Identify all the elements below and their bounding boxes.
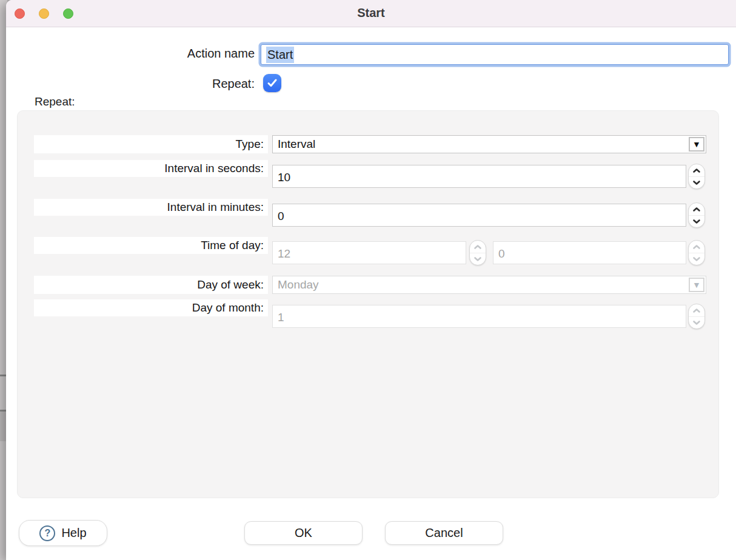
stepper-up-icon[interactable]: [689, 203, 704, 215]
interval-minutes-input[interactable]: 0: [272, 204, 686, 227]
action-name-value: Start: [266, 47, 294, 63]
day-of-week-value: Monday: [278, 278, 319, 292]
action-name-input[interactable]: Start: [261, 44, 729, 65]
stepper-down-icon[interactable]: [689, 215, 704, 227]
day-of-month-value: 1: [278, 311, 284, 324]
cancel-button-label: Cancel: [425, 526, 463, 540]
window-title: Start: [6, 6, 736, 20]
interval-seconds-input[interactable]: 10: [272, 165, 686, 188]
stepper-down-icon: [470, 253, 486, 265]
type-dropdown-value: Interval: [278, 138, 315, 151]
interval-minutes-value: 0: [278, 210, 284, 223]
checkmark-icon: [267, 78, 278, 88]
stepper-up-icon: [689, 304, 704, 316]
repeat-label: Repeat:: [97, 77, 255, 91]
help-button[interactable]: ? Help: [19, 520, 107, 546]
day-of-week-label: Day of week:: [34, 276, 268, 294]
title-bar: Start: [6, 0, 736, 27]
repeat-group-caption: Repeat:: [35, 95, 75, 108]
day-of-month-stepper: [688, 304, 705, 329]
action-name-label: Action name: [97, 47, 255, 61]
interval-minutes-label: Interval in minutes:: [34, 199, 268, 216]
day-of-month-label: Day of month:: [34, 299, 268, 316]
interval-seconds-label: Interval in seconds:: [34, 160, 268, 177]
day-of-week-dropdown: Monday ▼: [272, 276, 706, 294]
dropdown-arrow-icon[interactable]: ▼: [689, 137, 704, 152]
time-of-day-minute-stepper: [688, 240, 705, 265]
time-of-day-minute-input: 0: [493, 241, 686, 264]
interval-seconds-value: 10: [278, 171, 290, 184]
help-button-label: Help: [61, 526, 86, 540]
type-dropdown[interactable]: Interval ▼: [272, 135, 706, 153]
help-icon: ?: [39, 525, 55, 541]
time-of-day-minute-value: 0: [498, 247, 505, 261]
stepper-up-icon: [470, 241, 486, 253]
stepper-down-icon: [689, 316, 704, 328]
repeat-group-box: Type: Interval ▼ Interval in seconds: 10…: [17, 110, 719, 498]
time-of-day-label: Time of day:: [34, 237, 268, 254]
ok-button-label: OK: [295, 526, 312, 540]
day-of-month-input: 1: [272, 305, 686, 328]
interval-seconds-stepper[interactable]: [688, 164, 705, 189]
stepper-up-icon: [689, 241, 704, 253]
time-of-day-hour-value: 12: [278, 247, 290, 261]
stepper-up-icon[interactable]: [689, 164, 704, 176]
start-action-dialog: Start Action name Start Repeat: Repeat: …: [6, 0, 736, 560]
interval-minutes-stepper[interactable]: [688, 202, 705, 228]
stepper-down-icon[interactable]: [689, 176, 704, 188]
cancel-button[interactable]: Cancel: [385, 521, 503, 545]
repeat-checkbox[interactable]: [263, 74, 281, 92]
ok-button[interactable]: OK: [244, 521, 363, 545]
dropdown-arrow-icon: ▼: [689, 278, 704, 292]
time-of-day-hour-input: 12: [272, 241, 466, 264]
stepper-down-icon: [689, 253, 704, 265]
time-of-day-hour-stepper: [469, 240, 486, 265]
type-label: Type:: [34, 135, 268, 153]
